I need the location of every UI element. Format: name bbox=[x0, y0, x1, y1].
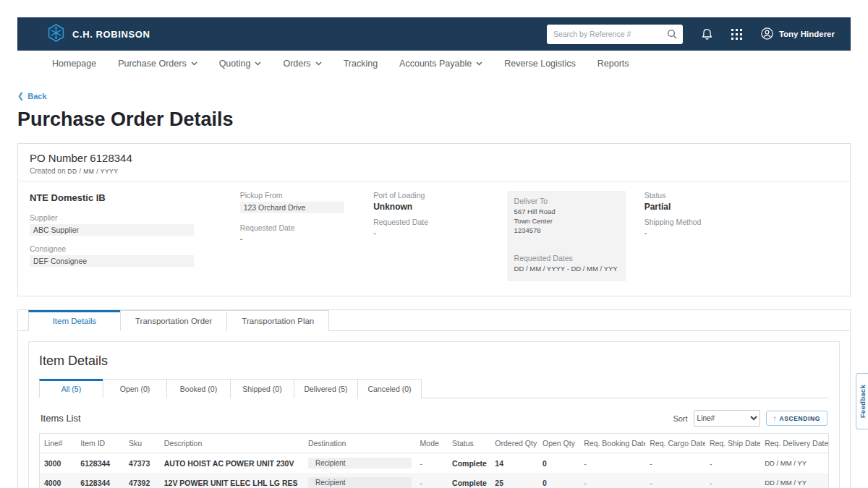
requested-dates-label: Requested Dates bbox=[514, 254, 618, 262]
back-link[interactable]: ❮ Back bbox=[17, 91, 47, 100]
consignee-label: Consignee bbox=[30, 244, 240, 253]
col-header-sku: Sku bbox=[124, 434, 160, 453]
top-navbar: C.H. ROBINSON bbox=[17, 17, 851, 51]
pickup-from-label: Pickup From bbox=[240, 191, 373, 200]
chevron-down-icon bbox=[255, 61, 261, 66]
shipping-method-value: - bbox=[644, 228, 782, 237]
search-box bbox=[547, 25, 683, 44]
table-row[interactable]: 3000 6128344 47373 AUTO HOIST AC POWER U… bbox=[40, 453, 829, 474]
col-header-delivery-date: Req. Delivery Date bbox=[760, 434, 828, 453]
col-header-cargo-date: Req. Cargo Date bbox=[645, 434, 705, 453]
page-title: Purchase Order Details bbox=[17, 108, 851, 131]
col-header-item-id: Item ID bbox=[76, 434, 124, 453]
requested-dates-value: DD / MM / YYYY - DD / MM / YYY bbox=[514, 265, 618, 274]
col-header-description: Description bbox=[160, 434, 304, 453]
port-of-loading-value: Unknown bbox=[373, 202, 506, 212]
nav-quoting[interactable]: Quoting bbox=[219, 59, 262, 69]
col-header-destination: Destination bbox=[304, 434, 416, 453]
arrow-up-icon: ↑ bbox=[773, 414, 777, 422]
shipping-method-label: Shipping Method bbox=[644, 218, 782, 226]
subtab-canceled[interactable]: Canceled (0) bbox=[357, 379, 422, 398]
subtab-shipped[interactable]: Shipped (0) bbox=[230, 379, 294, 398]
nav-homepage[interactable]: Homepage bbox=[52, 59, 96, 69]
deliver-to-line: 1234578 bbox=[514, 226, 618, 236]
status-filter-tabs: All (5) Open (0) Booked (0) Shipped (0) … bbox=[39, 379, 829, 398]
sort-direction-button[interactable]: ↑ ASCENDING bbox=[766, 411, 827, 426]
feedback-tab[interactable]: Feedback bbox=[856, 373, 868, 429]
search-input[interactable] bbox=[553, 30, 667, 38]
items-table: Line# Item ID Sku Description Destinatio… bbox=[39, 433, 829, 488]
item-details-panel: Item Details All (5) Open (0) Booked (0)… bbox=[28, 341, 840, 488]
item-details-heading: Item Details bbox=[39, 354, 829, 369]
pickup-requested-date-label: Requested Date bbox=[240, 223, 373, 232]
po-summary-card: PO Number 6128344 Created on DD / MM / Y… bbox=[17, 143, 851, 296]
subtab-all[interactable]: All (5) bbox=[39, 379, 103, 398]
po-created-on: Created on DD / MM / YYYY bbox=[30, 167, 838, 175]
detail-tabs: Item Details Transportation Order Transp… bbox=[18, 310, 850, 331]
nav-accounts-payable[interactable]: Accounts Payable bbox=[399, 59, 482, 69]
apps-grid-icon[interactable] bbox=[731, 29, 742, 40]
brand[interactable]: C.H. ROBINSON bbox=[46, 23, 150, 46]
nav-orders[interactable]: Orders bbox=[283, 59, 321, 69]
brand-name: C.H. ROBINSON bbox=[72, 29, 150, 40]
table-row[interactable]: 4000 6128344 47392 12V POWER UNIT ELEC L… bbox=[40, 473, 829, 488]
sort-field-select[interactable]: Line# bbox=[694, 410, 760, 427]
subtab-open[interactable]: Open (0) bbox=[103, 379, 167, 398]
status-label: Status bbox=[644, 191, 782, 200]
col-header-line: Line# bbox=[40, 434, 77, 453]
nav-reports[interactable]: Reports bbox=[597, 59, 629, 69]
deliver-to-block: Deliver To 567 Hill Road Town Center 123… bbox=[507, 191, 626, 281]
items-list-title: Items List bbox=[41, 413, 81, 424]
nav-reverse-logistics[interactable]: Reverse Logistics bbox=[504, 59, 576, 69]
deliver-to-line: Town Center bbox=[514, 217, 618, 226]
chevron-left-icon: ❮ bbox=[17, 91, 24, 100]
nav-tracking[interactable]: Tracking bbox=[344, 59, 378, 69]
supplier-label: Supplier bbox=[30, 213, 240, 222]
user-menu[interactable]: Tony Hinderer bbox=[761, 27, 835, 41]
chevron-down-icon bbox=[315, 61, 322, 66]
nav-purchase-orders[interactable]: Purchase Orders bbox=[118, 59, 197, 69]
po-number: PO Number 6128344 bbox=[30, 152, 838, 164]
deliver-to-label: Deliver To bbox=[514, 197, 618, 205]
col-header-ordered-qty: Ordered Qty bbox=[490, 434, 538, 453]
tab-item-details[interactable]: Item Details bbox=[28, 310, 121, 331]
port-of-loading-label: Port of Loading bbox=[373, 191, 506, 200]
tab-transportation-order[interactable]: Transportation Order bbox=[120, 310, 227, 331]
subtab-delivered[interactable]: Delivered (5) bbox=[294, 379, 358, 398]
search-icon[interactable] bbox=[667, 29, 677, 39]
port-requested-date-value: - bbox=[373, 228, 506, 237]
col-header-booking-date: Req. Booking Date bbox=[579, 434, 645, 453]
notifications-bell-icon[interactable] bbox=[702, 28, 712, 40]
consignee-value: DEF Consignee bbox=[30, 255, 194, 267]
port-requested-date-label: Requested Date bbox=[373, 218, 506, 226]
main-nav: Homepage Purchase Orders Quoting Orders … bbox=[0, 51, 868, 77]
detail-tabs-card: Item Details Transportation Order Transp… bbox=[17, 309, 851, 488]
sort-label: Sort bbox=[673, 414, 687, 423]
chevron-down-icon bbox=[476, 61, 482, 66]
col-header-open-qty: Open Qty bbox=[538, 434, 579, 453]
supplier-value: ABC Supplier bbox=[30, 224, 194, 236]
pickup-requested-date-value: - bbox=[240, 234, 373, 243]
col-header-status: Status bbox=[448, 434, 490, 453]
col-header-ship-date: Req. Ship Date bbox=[705, 434, 760, 453]
user-avatar-icon bbox=[761, 27, 773, 41]
col-header-mode: Mode bbox=[416, 434, 448, 453]
tab-transportation-plan[interactable]: Transportation Plan bbox=[226, 310, 329, 331]
deliver-to-line: 567 Hill Road bbox=[514, 207, 618, 217]
pickup-from-value: 123 Orchard Drive bbox=[240, 202, 344, 213]
order-type: NTE Domestic IB bbox=[30, 192, 240, 203]
user-name: Tony Hinderer bbox=[779, 30, 835, 38]
subtab-booked[interactable]: Booked (0) bbox=[166, 379, 231, 398]
status-value: Partial bbox=[644, 202, 782, 212]
chevron-down-icon bbox=[191, 61, 197, 66]
chrobinson-logo-icon bbox=[46, 23, 66, 46]
